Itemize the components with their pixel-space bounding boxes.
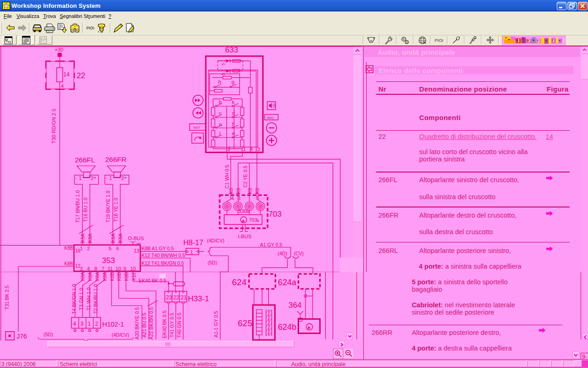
svg-text:1: 1 <box>109 175 112 181</box>
svg-text:SRC: SRC <box>267 116 274 120</box>
svg-text:5: 5 <box>109 246 112 251</box>
svg-text:H33-1: H33-1 <box>188 294 209 303</box>
svg-text:4: 4 <box>61 83 64 89</box>
svg-text:K8: K8 <box>248 188 253 194</box>
svg-text:A1 GY 0.5: A1 GY 0.5 <box>260 242 282 247</box>
svg-text:T16 BU 1.0: T16 BU 1.0 <box>83 197 88 222</box>
svg-text:K8A: K8A <box>111 233 116 242</box>
svg-text:21: 21 <box>181 294 187 301</box>
svg-text:22: 22 <box>77 71 85 80</box>
svg-text:I-BUS: I-BUS <box>238 234 251 239</box>
svg-text:T17 BN/BU 1.0: T17 BN/BU 1.0 <box>75 190 80 223</box>
svg-text:b: b <box>219 99 222 105</box>
svg-text:K8A: K8A <box>88 272 93 281</box>
svg-text:8: 8 <box>95 266 97 271</box>
svg-text:10: 10 <box>130 266 136 271</box>
svg-text:4: 4 <box>87 266 90 271</box>
svg-text:T40 GN 0.5: T40 GN 0.5 <box>176 313 182 338</box>
svg-text:1: 1 <box>79 175 82 181</box>
svg-text:624: 624 <box>232 277 247 287</box>
svg-text:l: l <box>220 131 221 136</box>
svg-text:c: c <box>219 110 222 116</box>
svg-text:2: 2 <box>228 146 231 152</box>
svg-text:A20 BK/YE 0.5: A20 BK/YE 0.5 <box>134 307 140 339</box>
svg-text:A22 BK/BN 0.5: A22 BK/BN 0.5 <box>148 307 154 340</box>
svg-text:K8: K8 <box>236 188 241 194</box>
svg-text:K8: K8 <box>229 188 234 194</box>
svg-text:K8A: K8A <box>80 233 85 242</box>
svg-text:3: 3 <box>80 266 83 271</box>
svg-text:-: - <box>75 175 77 180</box>
svg-text:625: 625 <box>238 318 253 328</box>
svg-text:(4D): (4D) <box>278 251 287 256</box>
svg-text:a: a <box>219 121 222 127</box>
svg-text:O-BUS: O-BUS <box>128 236 144 241</box>
svg-text:7: 7 <box>102 266 104 271</box>
svg-text:(5D): (5D) <box>208 260 217 265</box>
svg-text:14: 14 <box>63 71 70 78</box>
svg-text:J76: J76 <box>17 333 27 340</box>
svg-text:K8B: K8B <box>64 246 73 251</box>
svg-text:3: 3 <box>257 146 260 152</box>
svg-text:703: 703 <box>249 217 257 223</box>
svg-text:+: + <box>124 175 127 180</box>
svg-text:K8: K8 <box>255 188 260 194</box>
svg-text:T19 BK/YE 1.0: T19 BK/YE 1.0 <box>105 190 111 223</box>
svg-text:13: 13 <box>134 248 140 253</box>
svg-text:K12: K12 <box>131 272 136 281</box>
svg-text:11: 11 <box>107 266 113 271</box>
svg-text:T41 GY 0.5: T41 GY 0.5 <box>169 313 175 338</box>
svg-text:1: 1 <box>80 246 83 251</box>
svg-text:k: k <box>232 99 235 105</box>
svg-text:23: 23 <box>166 294 172 301</box>
svg-text:2: 2 <box>95 321 98 327</box>
svg-text:C1 WH 0.5: C1 WH 0.5 <box>224 165 230 189</box>
svg-text:T2 BK/BU 1.0: T2 BK/BU 1.0 <box>93 284 98 314</box>
svg-text:9: 9 <box>124 266 126 271</box>
svg-text:T4 BK/GN 1.0: T4 BK/GN 1.0 <box>71 284 77 314</box>
svg-text:K8B: K8B <box>64 261 73 266</box>
svg-text:364: 364 <box>288 301 301 310</box>
svg-text:f: f <box>232 121 234 127</box>
svg-text:T18 YE 1.0: T18 YE 1.0 <box>113 198 119 222</box>
svg-text:(CV): (CV) <box>294 251 304 256</box>
svg-text:T3 GN 1.0: T3 GN 1.0 <box>79 288 84 310</box>
svg-text:C2 YE 0.5: C2 YE 0.5 <box>243 166 248 188</box>
svg-text:K8A: K8A <box>102 272 107 281</box>
svg-text:1: 1 <box>190 249 193 255</box>
svg-text:624b: 624b <box>278 322 296 332</box>
svg-text:A21 BU 0.5: A21 BU 0.5 <box>141 313 147 338</box>
svg-text:T31 BK 2.5: T31 BK 2.5 <box>4 286 10 310</box>
svg-text:A1-1 GY 0.5: A1-1 GY 0.5 <box>213 311 219 338</box>
svg-text:NXT: NXT <box>193 126 200 130</box>
svg-text:K8B: K8B <box>110 272 115 281</box>
svg-text:H102-1: H102-1 <box>102 321 124 328</box>
svg-text:(4D/CV): (4D/CV) <box>112 332 129 338</box>
svg-text:K12 T41 BK/GN 0.5: K12 T41 BK/GN 0.5 <box>141 260 184 266</box>
svg-text:+: + <box>94 175 96 180</box>
svg-text:(4D/CV): (4D/CV) <box>207 238 225 243</box>
svg-text:H8-17: H8-17 <box>183 239 204 247</box>
svg-text:5: 5 <box>257 195 260 201</box>
svg-text:3: 3 <box>237 196 240 201</box>
svg-text:K8B: K8B <box>117 272 122 281</box>
svg-text:1: 1 <box>88 321 91 327</box>
svg-text:633: 633 <box>225 46 238 54</box>
svg-text:K8A: K8A <box>88 233 93 242</box>
svg-text:3: 3 <box>80 321 84 327</box>
svg-text:+30: +30 <box>55 47 63 52</box>
svg-text:a: a <box>257 218 259 223</box>
svg-text:(5D): (5D) <box>44 332 53 337</box>
svg-text:266FR: 266FR <box>105 155 127 163</box>
svg-text:266FL: 266FL <box>75 156 95 164</box>
svg-text:K8A: K8A <box>95 272 100 281</box>
svg-text:22: 22 <box>173 294 180 301</box>
svg-text:e: e <box>232 131 235 136</box>
svg-text:10: 10 <box>116 266 121 271</box>
svg-text:336b: 336b <box>238 208 249 214</box>
svg-text:-: - <box>106 175 107 180</box>
svg-text:K8B A1 GY 0.5: K8B A1 GY 0.5 <box>141 246 174 251</box>
svg-text:4: 4 <box>231 196 234 201</box>
svg-text:4: 4 <box>250 146 253 152</box>
svg-text:T30 RD/GN 2.5: T30 RD/GN 2.5 <box>51 109 57 144</box>
